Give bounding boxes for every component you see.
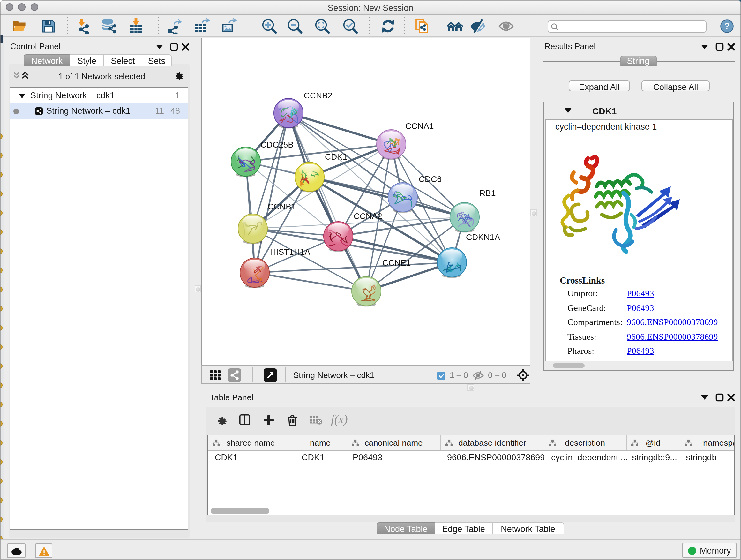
svg-text:CCNB1: CCNB1: [267, 201, 295, 211]
svg-text:CCNA1: CCNA1: [405, 121, 433, 131]
svg-text:CDKN1A: CDKN1A: [466, 232, 500, 242]
svg-text:RB1: RB1: [479, 188, 495, 198]
svg-text:CCNA2: CCNA2: [353, 211, 382, 221]
svg-text:CDC25B: CDC25B: [260, 139, 293, 149]
svg-text:CDC6: CDC6: [418, 174, 441, 184]
svg-text:HIST1H1A: HIST1H1A: [270, 247, 310, 256]
svg-text:CDK1: CDK1: [325, 152, 347, 161]
svg-text:CCNE1: CCNE1: [382, 258, 410, 267]
svg-text:CCNB2: CCNB2: [304, 90, 332, 100]
svg-text:?: ?: [724, 21, 730, 31]
